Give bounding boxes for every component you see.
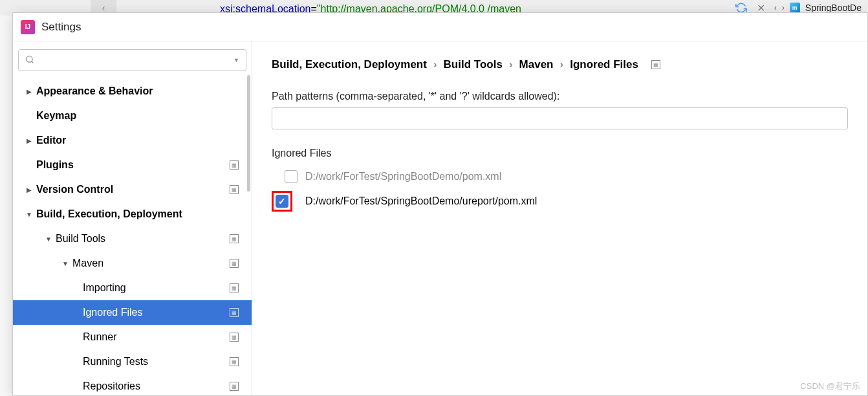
chevron-right-icon[interactable]: › [782, 3, 785, 12]
tree-build-tools[interactable]: ▼Build Tools▦ [13, 226, 252, 251]
ignored-files-section-label: Ignored Files [272, 148, 848, 159]
module-badge-icon: ▦ [230, 357, 239, 366]
module-badge-icon: ▦ [230, 185, 239, 194]
chevron-right-icon: ▶ [25, 88, 34, 95]
breadcrumb-item[interactable]: Maven [519, 58, 554, 71]
breadcrumb-current: Ignored Files [570, 58, 638, 71]
intellij-icon: IJ [21, 20, 35, 34]
module-badge-icon: ▦ [651, 60, 660, 69]
tree-maven[interactable]: ▼Maven▦ [13, 251, 252, 276]
settings-tree: ▶Appearance & Behavior Keymap ▶Editor Pl… [13, 76, 252, 395]
tree-importing[interactable]: Importing▦ [13, 276, 252, 300]
ignored-file-checkbox[interactable] [285, 170, 298, 183]
module-badge-icon: ▦ [230, 283, 239, 292]
tree-editor[interactable]: ▶Editor [13, 128, 252, 153]
module-badge-icon: ▦ [230, 382, 239, 391]
module-badge-icon: ▦ [230, 308, 239, 317]
path-patterns-label: Path patterns (comma-separated, '*' and … [272, 91, 848, 102]
tree-plugins[interactable]: Plugins▦ [13, 153, 252, 177]
highlight-annotation [272, 191, 292, 212]
settings-sidebar: ▼ ▶Appearance & Behavior Keymap ▶Editor … [13, 41, 252, 395]
settings-content: Build, Execution, Deployment › Build Too… [252, 41, 867, 395]
chevron-left-icon[interactable]: ‹ [774, 3, 777, 12]
settings-dialog: IJ Settings ▼ ▶Appearance & Behavior Key… [12, 12, 868, 396]
tree-keymap[interactable]: Keymap [13, 104, 252, 128]
module-badge-icon: ▦ [230, 160, 239, 170]
maven-file-icon: m [790, 3, 800, 13]
tree-repositories[interactable]: Repositories▦ [13, 374, 252, 395]
dialog-header: IJ Settings [13, 13, 867, 41]
chevron-right-icon: › [509, 58, 513, 71]
module-badge-icon: ▦ [230, 234, 239, 243]
path-patterns-input[interactable] [272, 107, 848, 129]
dialog-title: Settings [41, 21, 81, 34]
ignored-file-path: D:/work/ForTest/SpringBootDemo/ureport/p… [305, 195, 537, 207]
tree-running-tests[interactable]: Running Tests▦ [13, 349, 252, 374]
chevron-right-icon: ▶ [25, 186, 34, 193]
ignored-file-row[interactable]: D:/work/ForTest/SpringBootDemo/pom.xml [272, 166, 848, 188]
chevron-right-icon: › [433, 58, 437, 71]
svg-line-1 [32, 61, 34, 63]
ignored-file-path: D:/work/ForTest/SpringBootDemo/pom.xml [305, 171, 501, 182]
chevron-right-icon: › [559, 58, 563, 71]
tree-appearance[interactable]: ▶Appearance & Behavior [13, 79, 252, 104]
file-name-label: SpringBootDe [805, 3, 862, 13]
search-dropdown-icon[interactable]: ▼ [233, 57, 239, 63]
settings-search[interactable]: ▼ [18, 49, 246, 71]
svg-point-0 [27, 56, 32, 61]
watermark: CSDN @君宁乐 [800, 380, 860, 392]
scrollbar-thumb[interactable] [247, 75, 250, 192]
breadcrumb-item[interactable]: Build Tools [444, 58, 503, 71]
ignored-file-checkbox[interactable] [276, 195, 288, 208]
module-badge-icon: ▦ [230, 259, 239, 268]
chevron-down-icon: ▼ [44, 236, 53, 243]
breadcrumbs: Build, Execution, Deployment › Build Too… [272, 58, 848, 71]
chevron-down-icon: ▼ [61, 260, 70, 267]
search-icon [25, 55, 34, 66]
tree-runner[interactable]: Runner▦ [13, 325, 252, 349]
chevron-down-icon: ▼ [25, 211, 34, 218]
tree-ignored-files[interactable]: Ignored Files▦ [13, 300, 252, 325]
chevron-right-icon: ▶ [25, 137, 34, 144]
breadcrumb-item[interactable]: Build, Execution, Deployment [272, 58, 427, 71]
tree-build-exec-deploy[interactable]: ▼Build, Execution, Deployment [13, 202, 252, 226]
ignored-file-row[interactable]: D:/work/ForTest/SpringBootDemo/ureport/p… [272, 190, 848, 212]
tree-vcs[interactable]: ▶Version Control▦ [13, 177, 252, 202]
module-badge-icon: ▦ [230, 333, 239, 342]
search-input[interactable] [38, 55, 230, 65]
